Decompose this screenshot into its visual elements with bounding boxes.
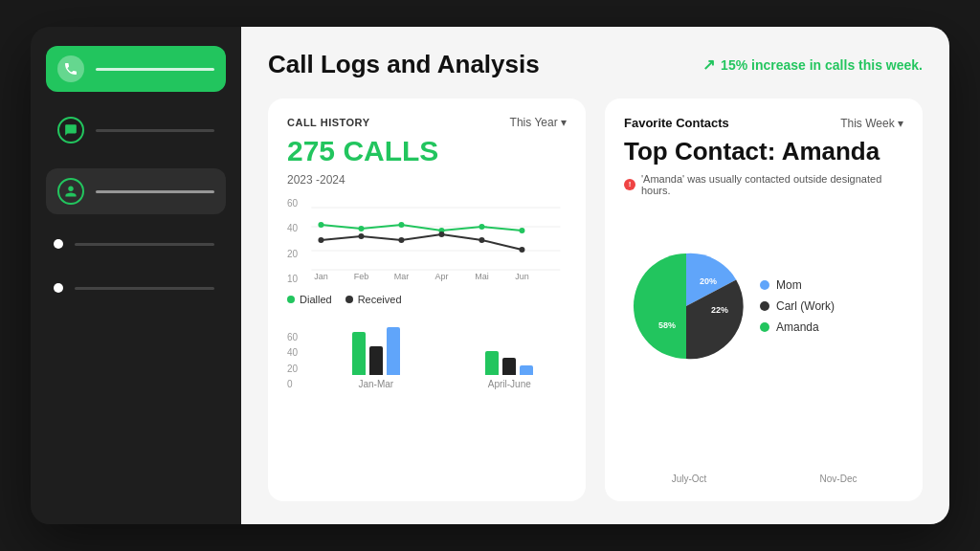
calls-year: 2023 -2024 (287, 173, 567, 187)
left-bar-chart: 60 40 20 0 Jan-Mar (287, 313, 567, 389)
legend-carl: Carl (Work) (760, 299, 835, 313)
legend-dialled: Dialled (287, 294, 332, 305)
carl-color (760, 301, 769, 311)
bar-blue-apr (520, 365, 533, 375)
svg-point-11 (359, 233, 365, 239)
mom-color (760, 280, 769, 290)
bar-y-axis: 60 40 20 0 (287, 332, 300, 389)
sidebar-item-phone[interactable] (46, 46, 226, 92)
svg-point-4 (319, 222, 324, 228)
svg-text:Apr: Apr (435, 272, 449, 281)
sidebar-item-extra2[interactable] (46, 274, 226, 302)
received-line (322, 234, 523, 250)
svg-text:22%: 22% (711, 305, 728, 315)
message-icon-circle (57, 117, 84, 143)
svg-point-9 (520, 228, 525, 233)
line-chart-svg: Jan Feb Mar Apr Mai Jun (305, 198, 567, 284)
right-bar-group-nov: Nov-Dec (773, 417, 903, 484)
line-chart-container: 60 40 20 10 (287, 198, 567, 284)
rbar-dark-nov (833, 436, 844, 470)
dialled-line (322, 225, 523, 231)
legend-received: Received (345, 294, 402, 305)
y-axis: 60 40 20 10 (287, 198, 301, 284)
pie-svg: 20% 22% 58% (624, 244, 748, 368)
svg-point-5 (359, 226, 365, 231)
right-bars-nov (818, 417, 858, 470)
sidebar-item-message[interactable] (46, 107, 226, 153)
page-title: Call Logs and Analysis (268, 50, 540, 79)
svg-point-14 (479, 237, 485, 243)
top-contact-title: Top Contact: Amanda (624, 138, 903, 165)
phone-icon (63, 61, 78, 77)
favorite-contacts-header: Favorite Contacts This Week ▾ (624, 116, 903, 130)
pie-amanda (634, 253, 686, 359)
svg-text:58%: 58% (658, 320, 676, 330)
rbar-green-july (669, 441, 680, 470)
calls-count: 275 CALLS (287, 137, 567, 165)
svg-text:Feb: Feb (354, 272, 369, 281)
warning-text: 'Amanda' was usually contacted outside d… (641, 173, 903, 196)
bar-dark-jan (369, 346, 383, 375)
pie-legend-list: Mom Carl (Work) Amanda (760, 278, 835, 334)
svg-text:20%: 20% (700, 276, 717, 286)
right-bar-label-july: July-Oct (672, 474, 707, 484)
svg-text:Mai: Mai (475, 272, 489, 281)
phone-icon-circle (57, 55, 84, 82)
call-history-filter[interactable]: This Year ▾ (510, 116, 567, 129)
warning-note: ! 'Amanda' was usually contacted outside… (624, 173, 903, 196)
bar-group-jan-mar: Jan-Mar (319, 322, 433, 389)
pie-chart: 20% 22% 58% (624, 244, 748, 368)
rbar-green-nov (818, 451, 830, 470)
line-chart: Jan Feb Mar Apr Mai Jun (305, 198, 567, 284)
chart-legend: Dialled Received (287, 294, 567, 305)
sidebar-line-contacts (96, 190, 214, 193)
message-icon (64, 123, 78, 137)
bars-jan-mar (352, 322, 400, 375)
sidebar-item-contacts[interactable] (46, 168, 226, 214)
trend-icon: ↗ (702, 55, 715, 74)
rbar-dark-july (683, 452, 695, 470)
svg-point-12 (399, 237, 405, 243)
sidebar-item-extra1[interactable] (46, 230, 226, 258)
svg-point-10 (319, 237, 324, 243)
bar-label-april-june: April-June (488, 379, 531, 389)
badge-text: 15% increase in calls this week. (721, 57, 923, 73)
bar-green-apr (485, 351, 499, 375)
legend-mom: Mom (760, 278, 835, 292)
svg-point-13 (439, 231, 445, 237)
call-history-panel: CALL HISTORY This Year ▾ 275 CALLS 2023 … (268, 99, 586, 501)
svg-text:Mar: Mar (394, 272, 410, 281)
received-dot (345, 296, 353, 303)
dot2-icon (54, 283, 63, 293)
legend-amanda: Amanda (760, 320, 835, 334)
rbar-blue-nov (847, 443, 858, 470)
app-wrapper: Call Logs and Analysis ↗ 15% increase in… (31, 27, 949, 524)
svg-point-8 (479, 224, 485, 230)
bar-blue-jan (387, 327, 400, 375)
sidebar (31, 27, 241, 524)
bar-green-jan (352, 332, 366, 375)
contacts-icon-circle (57, 178, 84, 205)
favorite-filter[interactable]: This Week ▾ (840, 117, 903, 130)
right-bar-chart: July-Oct Nov-Dec (624, 417, 903, 484)
favorite-label: Favorite Contacts (624, 116, 729, 130)
bars-april-june (485, 322, 533, 375)
sidebar-line-extra1 (75, 243, 214, 246)
warning-icon: ! (624, 179, 635, 190)
dot1-icon (54, 239, 63, 249)
sidebar-line-message (96, 129, 214, 132)
bar-dark-apr (502, 358, 516, 375)
rbar-blue-july (698, 462, 709, 470)
main-header: Call Logs and Analysis ↗ 15% increase in… (268, 50, 923, 79)
svg-text:Jun: Jun (515, 272, 529, 281)
bar-label-jan-mar: Jan-Mar (359, 379, 394, 389)
dialled-dot (287, 296, 295, 303)
main-content: Call Logs and Analysis ↗ 15% increase in… (241, 27, 949, 524)
svg-point-6 (399, 222, 405, 228)
sidebar-line-extra2 (75, 287, 214, 290)
call-history-header: CALL HISTORY This Year ▾ (287, 116, 567, 129)
increase-badge: ↗ 15% increase in calls this week. (702, 55, 923, 74)
amanda-color (760, 322, 769, 332)
call-history-label: CALL HISTORY (287, 117, 369, 128)
contacts-icon (64, 185, 78, 198)
